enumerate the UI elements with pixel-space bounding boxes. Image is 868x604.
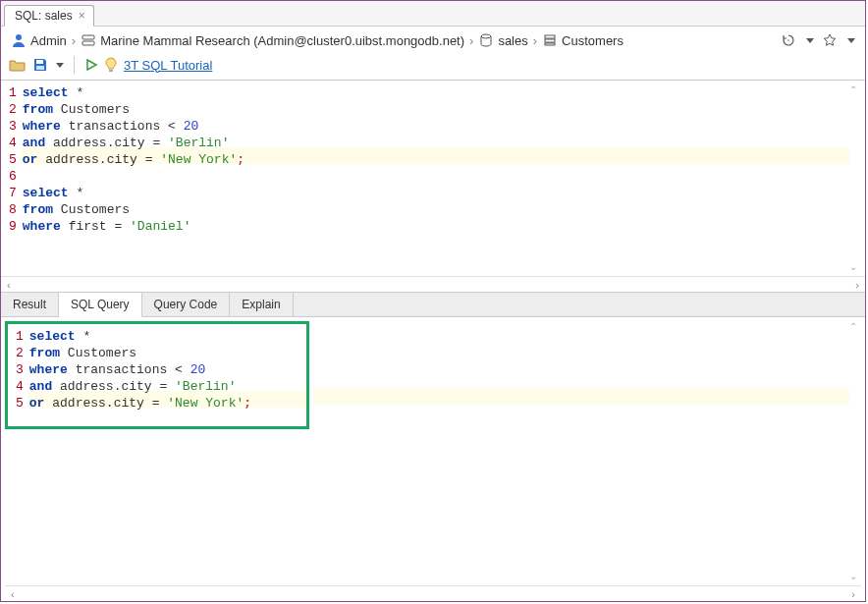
svg-rect-4 [545, 35, 555, 38]
svg-point-3 [481, 34, 491, 38]
toolbar-divider [74, 56, 75, 74]
editor-code[interactable]: select *from Customerswhere transactions… [21, 81, 849, 276]
svg-rect-5 [545, 39, 555, 42]
svg-rect-10 [109, 70, 113, 72]
chevron-right-icon: › [533, 33, 537, 48]
tutorial-link[interactable]: 3T SQL Tutorial [124, 58, 212, 73]
user-icon [11, 32, 27, 48]
chevron-right-icon: › [72, 33, 76, 48]
lightbulb-icon[interactable] [104, 57, 118, 73]
editor-horizontal-scroll[interactable]: ‹› [1, 276, 865, 292]
server-icon [81, 32, 96, 48]
editor-gutter: 123456789 [1, 81, 21, 276]
svg-rect-9 [36, 66, 44, 70]
history-icon[interactable] [781, 32, 796, 48]
run-icon[interactable] [84, 58, 98, 72]
svg-rect-1 [82, 35, 94, 39]
breadcrumb-database[interactable]: sales [478, 32, 527, 48]
document-tabbar: SQL: sales × [1, 1, 865, 27]
vertical-scroll-indicator[interactable]: ⌃⌄ [849, 84, 863, 272]
breadcrumb: Admin › Marine Mammal Research (Admin@cl… [1, 27, 865, 54]
save-dropdown-caret[interactable] [56, 63, 64, 68]
result-tab-explain[interactable]: Explain [230, 293, 293, 316]
result-tabbar: ResultSQL QueryQuery CodeExplain [1, 292, 865, 317]
close-icon[interactable]: × [79, 9, 85, 23]
svg-point-7 [787, 39, 788, 40]
save-icon[interactable] [32, 57, 48, 73]
chevron-right-icon: › [469, 33, 473, 48]
result-vertical-scroll-indicator[interactable]: ⌃⌄ [849, 321, 863, 581]
result-tab-sql-query[interactable]: SQL Query [59, 293, 142, 317]
result-pane: 12345 select *from Customerswhere transa… [1, 317, 865, 601]
svg-rect-6 [545, 43, 555, 45]
breadcrumb-user[interactable]: Admin [11, 32, 67, 48]
app-window: SQL: sales × Admin › Marine Mammal Resea… [0, 0, 866, 602]
svg-rect-8 [36, 60, 43, 64]
toolbar: 3T SQL Tutorial [1, 54, 865, 80]
breadcrumb-collection[interactable]: Customers [542, 32, 624, 48]
star-icon[interactable] [822, 32, 838, 48]
document-tab-sql-sales[interactable]: SQL: sales × [4, 5, 94, 27]
result-blank-area [313, 317, 865, 601]
svg-rect-2 [82, 41, 94, 45]
database-icon [478, 32, 494, 48]
result-horizontal-scroll[interactable]: ‹› [5, 585, 861, 601]
result-tab-query-code[interactable]: Query Code [142, 293, 231, 316]
sql-query-highlight-box: 12345 select *from Customerswhere transa… [5, 321, 309, 429]
tab-title: SQL: sales [15, 9, 73, 23]
collection-icon [542, 32, 558, 48]
breadcrumb-connection[interactable]: Marine Mammal Research (Admin@cluster0.u… [81, 32, 464, 48]
result-tab-result[interactable]: Result [1, 293, 59, 316]
history-dropdown-caret[interactable] [806, 38, 814, 43]
open-folder-icon[interactable] [9, 57, 27, 73]
highlight-extension [313, 388, 849, 405]
star-dropdown-caret[interactable] [847, 38, 855, 43]
svg-point-0 [16, 34, 22, 40]
sql-editor[interactable]: 123456789 select *from Customerswhere tr… [1, 80, 865, 276]
result-editor-code[interactable]: select *from Customerswhere transactions… [27, 324, 306, 415]
result-editor-gutter: 12345 [8, 324, 27, 415]
